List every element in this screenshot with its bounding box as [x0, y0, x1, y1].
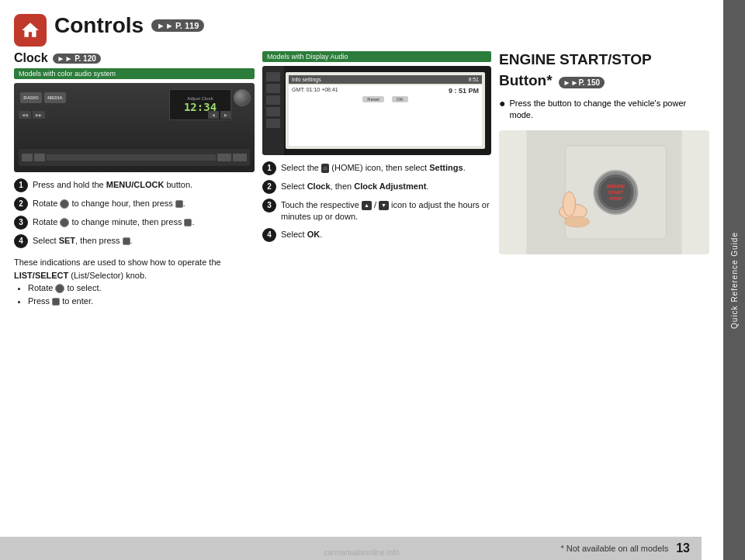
display-gmt: GMT: 01:10 +08:41	[292, 87, 338, 95]
tips-section: These indications are used to show how t…	[14, 256, 255, 307]
step-left-3: 3 Rotate to change minute, then press .	[14, 216, 255, 230]
svg-point-9	[563, 192, 576, 216]
knob-icon-1	[60, 199, 69, 209]
media-button: MEDIA	[44, 92, 66, 103]
display-audio-label: Models with Display Audio	[262, 51, 491, 62]
home-icon-box	[14, 14, 47, 47]
enter-icon-2	[184, 219, 192, 226]
engine-bullet: ● Press the button to change the vehicle…	[499, 98, 709, 122]
sidebar-icon-1	[266, 72, 280, 81]
step-left-1: 1 Press and hold the MENU/CLOCK button.	[14, 178, 255, 192]
sidebar-icon-3	[266, 95, 280, 105]
step-center-1: 1 Select the ⌂ (HOME) icon, then select …	[262, 161, 491, 175]
page-title: Controls	[54, 14, 144, 38]
display-topbar: Info settings 9:51	[289, 75, 482, 84]
step-left-4-text: Select SET, then press .	[33, 234, 255, 247]
stereo-face: RADIO MEDIA Adjust Clock 12:34	[14, 83, 255, 172]
down-arrow-icon: ▼	[379, 201, 389, 210]
svg-text:STOP: STOP	[609, 196, 622, 201]
stereo-buttons-row: RADIO MEDIA	[20, 92, 66, 103]
footnote-text: * Not available on all models	[560, 544, 668, 553]
step-center-3-text: Touch the respective ▲ / ▼ icon to adjus…	[281, 199, 491, 223]
step-left-1-text: Press and hold the MENU/CLOCK button.	[33, 178, 255, 191]
display-content: GMT: 01:10 +08:41 9 : 51 PM Reset OK	[289, 85, 482, 146]
knob-icon-tip	[55, 284, 64, 293]
display-sidebar	[262, 66, 284, 155]
display-topbar-left: Info settings	[292, 77, 321, 82]
step-center-3-num: 3	[262, 199, 276, 213]
header-ref-badge: ►► P. 119	[151, 19, 204, 32]
step-center-4-text: Select OK.	[281, 228, 491, 240]
step-left-4: 4 Select SET, then press .	[14, 234, 255, 248]
svg-text:ENGINE: ENGINE	[607, 184, 625, 188]
col-right: ENGINE START/STOP Button* ►► P. 150 ● Pr…	[499, 51, 709, 560]
col-left: Clock ►► P. 120 Models with color audio …	[14, 51, 255, 560]
step-left-3-text: Rotate to change minute, then press .	[33, 216, 255, 228]
step-left-1-num: 1	[14, 178, 28, 192]
color-audio-label: Models with color audio system	[14, 68, 255, 79]
step-left-2-num: 2	[14, 197, 28, 211]
display-bottom-btns: Reset OK	[292, 96, 479, 102]
display-topbar-right: 9:51	[468, 77, 479, 82]
ok-btn[interactable]: OK	[392, 96, 408, 102]
stereo-knob	[234, 89, 251, 106]
radio-button: RADIO	[20, 92, 42, 103]
clock-heading: Clock ►► P. 120	[14, 51, 255, 65]
engine-ref-badge: ►► P. 150	[559, 77, 605, 88]
clock-ref-badge: ►► P. 120	[53, 54, 101, 64]
step-left-4-num: 4	[14, 234, 28, 248]
step-center-1-num: 1	[262, 161, 276, 175]
enter-icon-tip	[52, 298, 60, 306]
col-center: Models with Display Audio Info settings …	[262, 51, 491, 560]
display-audio-image: Info settings 9:51 GMT: 01:10 +08:41 9 :…	[262, 66, 491, 155]
home-icon	[20, 20, 40, 40]
sidebar: Quick Reference Guide	[723, 0, 745, 560]
sidebar-icon-2	[266, 84, 280, 93]
enter-icon-3	[123, 237, 130, 245]
stereo-image: RADIO MEDIA Adjust Clock 12:34	[14, 83, 255, 172]
display-row-1: GMT: 01:10 +08:41 9 : 51 PM	[292, 87, 479, 95]
engine-image: ENGINE START STOP	[499, 130, 709, 254]
step-center-1-text: Select the ⌂ (HOME) icon, then select Se…	[281, 161, 491, 174]
enter-icon-1	[175, 200, 183, 208]
bullet-dot: ●	[499, 98, 505, 109]
step-center-3: 3 Touch the respective ▲ / ▼ icon to adj…	[262, 199, 491, 223]
page-number: 13	[676, 541, 690, 555]
engine-section-title: ENGINE START/STOP	[499, 51, 709, 69]
main-content: Controls ►► P. 119 Clock ►► P. 120 Model…	[0, 0, 723, 560]
svg-text:START: START	[608, 190, 624, 195]
step-left-2-text: Rotate to change hour, then press .	[33, 197, 255, 209]
step-center-2: 2 Select Clock, then Clock Adjustment.	[262, 180, 491, 194]
engine-section-title2: Button*	[499, 72, 553, 90]
sidebar-icon-4	[266, 107, 280, 116]
page-header: Controls ►► P. 119	[14, 14, 709, 47]
step-center-2-num: 2	[262, 180, 276, 194]
home-grid-icon: ⌂	[321, 164, 329, 173]
watermark: carmanualsonline.info	[324, 548, 399, 557]
step-center-4-num: 4	[262, 228, 276, 242]
step-left-3-num: 3	[14, 216, 28, 230]
step-center-4: 4 Select OK.	[262, 228, 491, 242]
knob-icon-2	[60, 218, 69, 227]
display-time: 9 : 51 PM	[449, 87, 479, 95]
engine-bullet-text: Press the button to change the vehicle's…	[509, 98, 709, 122]
clock-title: Clock	[14, 51, 48, 65]
display-screen: Info settings 9:51 GMT: 01:10 +08:41 9 :…	[286, 72, 485, 149]
step-center-2-text: Select Clock, then Clock Adjustment.	[281, 180, 491, 192]
hand-svg: ENGINE START STOP	[499, 130, 709, 254]
step-left-2: 2 Rotate to change hour, then press .	[14, 197, 255, 211]
svg-point-10	[565, 216, 590, 227]
up-arrow-icon: ▲	[362, 201, 372, 210]
sidebar-icon-5	[266, 119, 280, 128]
columns-container: Clock ►► P. 120 Models with color audio …	[14, 51, 709, 560]
reset-btn[interactable]: Reset	[362, 96, 384, 102]
sidebar-label: Quick Reference Guide	[730, 232, 739, 329]
